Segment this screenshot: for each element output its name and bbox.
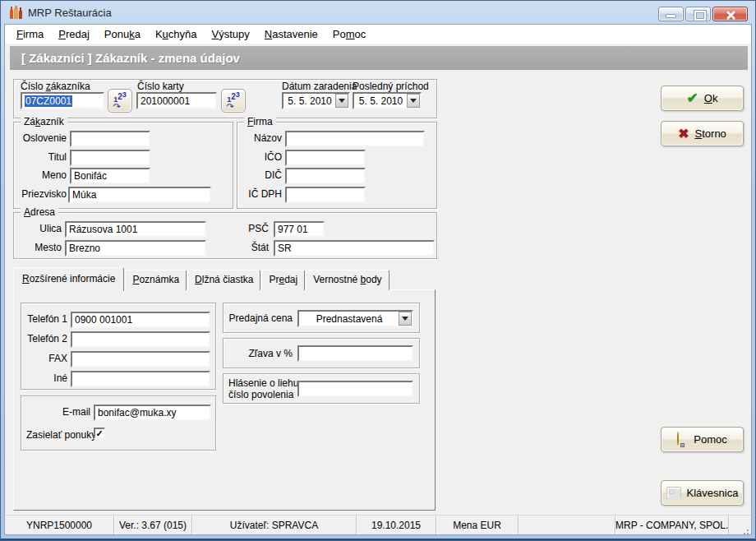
dropdown-arrow-icon[interactable] [407,94,420,108]
card-number-counter-button[interactable]: 123 ↷ [221,89,246,113]
icdph-input[interactable] [285,187,366,203]
customer-number-label: Číslo zákazníka [21,81,90,92]
close-button[interactable] [712,7,748,21]
maximize-button[interactable] [685,7,711,21]
menu-kuchyna[interactable]: Kuchyňa [148,25,205,43]
menu-predaj[interactable]: Predaj [51,25,97,43]
stat-label: Štát [233,242,269,253]
last-visit-select[interactable]: 5. 5. 2010 [353,92,422,109]
klavesnica-button[interactable]: Klávesnica [661,480,744,506]
ine-label: Iné [23,372,67,384]
app-window: MRP Reštaurácia Firma Predaj Ponuka Kuch… [0,0,756,541]
resize-grip[interactable] [747,529,749,531]
dic-label: DIČ [239,169,282,181]
email-panel: E-mail bonifac@muka.xy Zasielať ponuky ✓ [21,395,216,451]
counter-arrow-icon: ↷ [227,103,234,111]
zlava-label: Zľava v % [227,348,293,359]
email-input[interactable]: bonifac@muka.xy [94,405,211,421]
dropdown-arrow-icon[interactable] [399,312,412,326]
status-license: YNRP1500000 [5,516,114,534]
status-bar: YNRP1500000 Ver.: 3.67 (015) Užívateľ: S… [5,515,751,534]
tab-dlzna-ciastka[interactable]: Dlžná čiastka [187,270,260,290]
dic-input[interactable] [285,168,366,184]
tab-predaj[interactable]: Predaj [261,270,305,290]
email-label: E-mail [46,406,90,418]
predajna-cena-select[interactable]: Prednastavená [297,310,413,327]
tab-page-rozsirene-informacie: Telefón 1 0900 001001 Telefón 2 FAX Iné … [13,289,436,511]
customer-number-counter-button[interactable]: 123 ↷ [108,89,132,113]
counter-arrow-icon: ↷ [113,103,121,111]
psc-input[interactable]: 977 01 [274,221,325,238]
card-number-input[interactable]: 201000001 [136,92,217,109]
tab-vernostne-body[interactable]: Vernostné body [306,270,389,290]
address-groupbox: Adresa Ulica Rázusova 1001 Mesto Brezno … [13,212,437,259]
status-date: 19.10.2015 [357,516,436,534]
date-added-label: Dátum zaradenia [282,81,357,92]
nazov-input[interactable] [285,131,425,147]
storno-button-label: Storno [695,127,726,140]
psc-label: PSČ [233,223,269,234]
meno-label: Meno [16,169,67,181]
minimize-button[interactable] [658,7,684,21]
tab-strip: Rozšírené informácie Poznámka Dlžná čias… [13,266,390,290]
ok-button[interactable]: ✔ Ok [661,86,744,111]
titul-input[interactable] [70,150,150,166]
zlava-input[interactable] [297,345,413,362]
title-bar[interactable]: MRP Reštaurácia [1,1,755,24]
x-icon: ✖ [678,127,689,141]
menu-bar: Firma Predaj Ponuka Kuchyňa Výstupy Nast… [5,25,751,44]
tab-poznamka[interactable]: Poznámka [125,270,187,290]
selected-text: 07CZ0001 [25,95,72,107]
menu-vystupy[interactable]: Výstupy [205,25,257,43]
menu-nastavenie[interactable]: Nastavenie [257,25,325,43]
ok-button-label: Ok [704,92,718,104]
menu-firma[interactable]: Firma [9,25,51,43]
oslovenie-label: Oslovenie [16,132,67,144]
menu-ponuka[interactable]: Ponuka [97,25,148,43]
check-icon: ✔ [687,91,698,105]
company-group-title: Firma [244,116,276,127]
predajna-cena-label: Predajná cena [227,312,293,324]
status-user: Užívateľ: SPRAVCA [192,516,357,534]
storno-button[interactable]: ✖ Storno [661,121,744,146]
phones-panel: Telefón 1 0900 001001 Telefón 2 FAX Iné [21,303,216,390]
nazov-label: Názov [239,132,282,144]
meno-input[interactable]: Bonifác [70,168,150,184]
newsletter-checkbox[interactable]: ✓ [94,428,105,439]
app-icon [8,5,23,20]
ico-input[interactable] [285,150,366,166]
mesto-input[interactable]: Brezno [65,240,206,257]
price-panel: Predajná cena Prednastavená [223,303,420,333]
ine-input[interactable] [71,371,210,387]
pomoc-button[interactable]: Pomoc [661,427,744,452]
titul-label: Titul [16,151,67,163]
status-currency: Mena EUR [436,516,519,534]
tab-rozsirene-informacie[interactable]: Rozšírené informácie [13,267,124,291]
oslovenie-input[interactable] [70,131,150,147]
newsletter-label: Zasielať ponuky [26,429,96,441]
priezvisko-label: Priezvisko [16,188,67,200]
lightbulb-icon [677,432,688,447]
fax-input[interactable] [71,351,210,368]
pomoc-button-label: Pomoc [694,433,726,446]
liquor-input[interactable] [297,381,413,397]
date-added-select[interactable]: 5. 5. 2010 [282,92,350,109]
klavesnica-button-label: Klávesnica [687,487,739,499]
liquor-label: Hlásenie o liehučíslo povolenia [228,377,298,400]
customer-groupbox: Zákazník Oslovenie Titul Meno Bonifác Pr… [13,122,233,209]
customer-number-input[interactable]: 07CZ0001 [21,92,104,109]
priezvisko-input[interactable]: Múka [68,187,211,203]
ulica-input[interactable]: Rázusova 1001 [65,221,206,238]
ico-label: IČO [239,151,282,163]
menu-pomoc[interactable]: Pomoc [325,25,373,43]
counter-123-icon: 123 [222,92,245,101]
telefon2-input[interactable] [71,331,210,348]
client-area: Firma Predaj Ponuka Kuchyňa Výstupy Nast… [4,24,752,535]
dropdown-arrow-icon[interactable] [335,94,348,108]
telefon1-input[interactable]: 0900 001001 [71,312,210,328]
discount-panel: Zľava v % [223,338,420,368]
status-version: Ver.: 3.67 (015) [114,516,192,534]
stat-input[interactable]: SR [274,240,435,257]
customer-group-title: Zákazník [21,116,67,127]
address-group-title: Adresa [21,206,58,218]
